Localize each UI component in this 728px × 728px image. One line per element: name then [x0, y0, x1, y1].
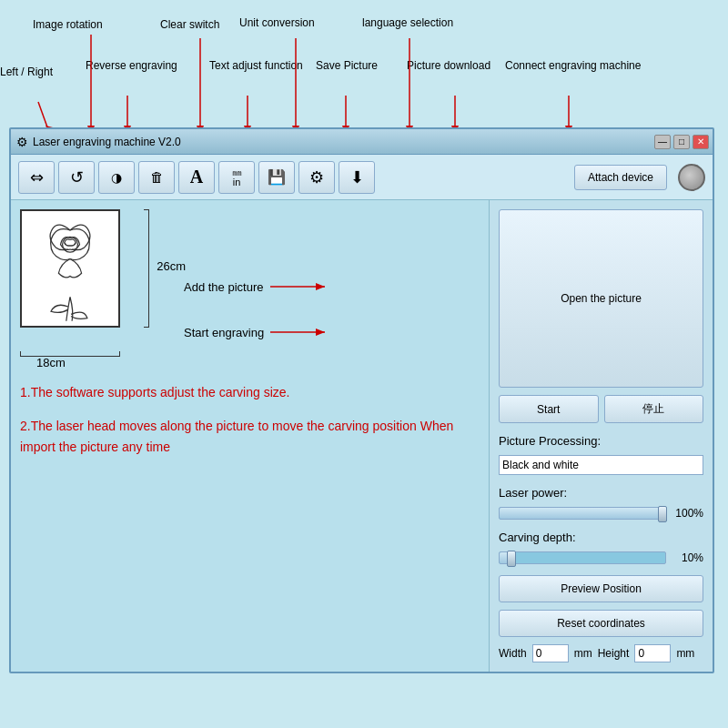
title-bar: ⚙ Laser engraving machine V2.0 — □ ✕ — [11, 129, 713, 155]
width-input[interactable] — [532, 644, 569, 662]
dim-tick-top — [144, 209, 149, 210]
annotation-left-right: Left / Right — [0, 66, 53, 78]
height-label: 26cm — [157, 259, 186, 273]
save-button[interactable]: 💾 — [258, 161, 295, 194]
laser-power-slider-container: 100% — [499, 507, 703, 520]
left-right-button[interactable]: ⇔ — [18, 161, 55, 194]
dim-tick-right — [119, 351, 120, 357]
connect-indicator — [678, 164, 705, 191]
svg-text:Start engraving: Start engraving — [184, 326, 264, 339]
window-controls: — □ ✕ — [654, 135, 709, 149]
attach-device-button[interactable]: Attach device — [574, 165, 667, 190]
processing-dropdown-row: Black and white Grayscale Color — [499, 455, 703, 475]
right-panel: Open the picture Start 停止 Picture Proces… — [490, 200, 713, 672]
width-mm-label: mm — [574, 647, 592, 660]
app-icon: ⚙ — [16, 135, 28, 149]
annotation-arrows — [0, 0, 728, 146]
dim-tick-bottom — [144, 327, 149, 328]
info-line-2: 2.The laser head moves along the picture… — [20, 416, 480, 457]
laser-power-track — [499, 507, 666, 520]
reverse-button[interactable]: ◑ — [98, 161, 135, 194]
start-stop-row: Start 停止 — [499, 395, 703, 423]
annotation-reverse-engraving: Reverse engraving — [86, 59, 177, 72]
annotations-area: Image rotation Clear switch Unit convers… — [0, 0, 728, 132]
content-area: 26cm 18cm 1.The software supports adjust… — [11, 200, 713, 672]
laser-power-value: 100% — [672, 507, 703, 520]
download-button[interactable]: ⬇ — [339, 161, 375, 194]
stop-button[interactable]: 停止 — [604, 395, 704, 423]
reset-coordinates-button[interactable]: Reset coordinates — [499, 610, 703, 637]
open-picture-button[interactable]: Open the picture — [499, 209, 703, 388]
dim-tick-left — [20, 351, 21, 357]
picture-processing-label: Picture Processing: — [499, 434, 703, 448]
rotate-button[interactable]: ↺ — [58, 161, 95, 194]
height-input[interactable] — [634, 644, 671, 662]
unit-button[interactable]: ㎜in — [218, 161, 255, 194]
annotation-text-adjust: Text adjust function — [209, 59, 303, 72]
annotation-language-selection: language selection — [362, 16, 453, 29]
dim-line-vertical — [148, 209, 149, 328]
settings-button[interactable]: ⚙ — [298, 161, 335, 194]
main-window: ⚙ Laser engraving machine V2.0 — □ ✕ ⇔ ↺… — [9, 127, 714, 673]
image-preview — [20, 209, 120, 328]
text-button[interactable]: A — [178, 161, 215, 194]
carving-depth-label: Carving depth: — [499, 531, 703, 544]
start-button[interactable]: Start — [499, 395, 599, 423]
restore-button[interactable]: □ — [673, 135, 690, 149]
svg-marker-23 — [316, 283, 325, 290]
info-text: 1.The software supports adjust the carvi… — [20, 382, 480, 457]
width-label: 18cm — [36, 356, 66, 369]
laser-power-thumb[interactable] — [658, 506, 667, 522]
clear-button[interactable]: 🗑 — [138, 161, 175, 194]
annotation-unit-conversion: Unit conversion — [239, 16, 315, 29]
annotation-connect-machine: Connect engraving machine — [505, 59, 641, 72]
height-dim-label: Height — [598, 647, 630, 660]
svg-marker-26 — [316, 329, 325, 336]
height-mm-label: mm — [676, 647, 694, 660]
dim-line-horizontal — [20, 356, 120, 357]
left-panel: 26cm 18cm 1.The software supports adjust… — [11, 200, 490, 672]
annotation-picture-download: Picture download — [407, 59, 490, 72]
dimensions-row: Width mm Height mm — [499, 644, 703, 662]
info-line-1: 1.The software supports adjust the carvi… — [20, 382, 480, 402]
image-area: 26cm 18cm — [20, 209, 138, 346]
minimize-button[interactable]: — — [654, 135, 671, 149]
panel-arrows: Add the picture Start engraving — [129, 273, 466, 382]
carving-depth-slider-container: 10% — [499, 551, 703, 564]
carving-depth-track — [499, 551, 666, 564]
annotation-save-picture: Save Picture — [316, 59, 378, 72]
annotation-clear-switch: Clear switch — [160, 18, 219, 31]
preview-position-button[interactable]: Preview Position — [499, 575, 703, 602]
laser-power-label: Laser power: — [499, 486, 703, 500]
rose-image — [22, 211, 118, 326]
width-dim-label: Width — [499, 647, 527, 660]
carving-depth-thumb[interactable] — [507, 551, 516, 567]
processing-select[interactable]: Black and white Grayscale Color — [499, 455, 703, 475]
carving-depth-value: 10% — [672, 551, 703, 564]
window-title: Laser engraving machine V2.0 — [33, 136, 181, 148]
close-button[interactable]: ✕ — [693, 135, 709, 149]
svg-text:Add the picture: Add the picture — [184, 280, 263, 294]
annotation-image-rotation: Image rotation — [33, 18, 103, 31]
toolbar: ⇔ ↺ ◑ 🗑 A ㎜in 💾 ⚙ ⬇ Attach device — [11, 155, 713, 200]
laser-power-fill — [500, 508, 665, 519]
